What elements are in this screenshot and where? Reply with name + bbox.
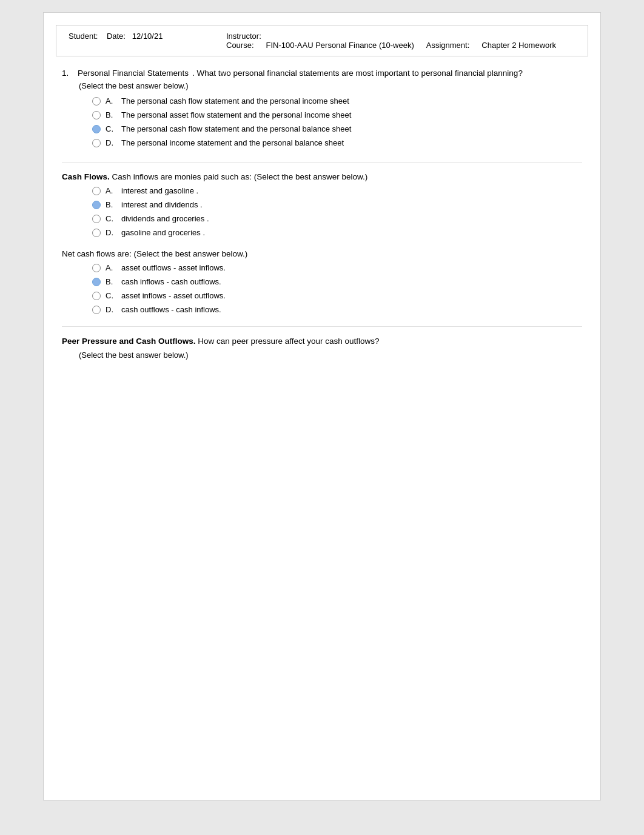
cf-option-d[interactable]: D. gasoline and groceries . [92, 228, 582, 237]
question-1-number: 1. [62, 69, 74, 78]
cf-text-a: interest and gasoline . [121, 186, 198, 195]
q1-option-b[interactable]: B. The personal asset flow statement and… [92, 110, 582, 119]
peer-pressure-select-note: (Select the best answer below.) [79, 350, 582, 360]
q1-option-c[interactable]: C. The personal cash flow statement and … [92, 124, 582, 133]
cf-letter-b: B. [106, 200, 116, 209]
cf-option-c[interactable]: C. dividends and groceries . [92, 214, 582, 223]
instructor-label: Instructor: [226, 32, 261, 41]
cf-radio-d[interactable] [92, 229, 101, 237]
q1-option-a[interactable]: A. The personal cash flow statement and … [92, 96, 582, 106]
cf-radio-c[interactable] [92, 215, 101, 223]
divider-2 [62, 326, 582, 327]
q1-text-d: The personal income statement and the pe… [121, 138, 344, 147]
net-cash-prefix: Net cash flows are: [62, 249, 132, 258]
q1-text-b: The personal asset flow statement and th… [121, 110, 351, 119]
divider-1 [62, 162, 582, 163]
sub-question-cash-flows: Cash Flows. Cash inflows are monies paid… [62, 172, 582, 237]
student-label: Student: [69, 32, 98, 41]
nc-option-c[interactable]: C. asset inflows - asset outflows. [92, 291, 582, 300]
nc-text-b: cash inflows - cash outflows. [121, 277, 221, 286]
nc-text-a: asset outflows - asset inflows. [121, 263, 226, 272]
nc-radio-d[interactable] [92, 306, 101, 314]
net-cash-options: A. asset outflows - asset inflows. B. ca… [92, 263, 582, 314]
cf-option-a[interactable]: A. interest and gasoline . [92, 186, 582, 195]
header-row-1: Instructor: [226, 32, 575, 41]
header-right: Instructor: Course: FIN-100-AAU Personal… [226, 32, 575, 50]
q1-letter-d: D. [106, 138, 116, 147]
date-value: 12/10/21 [132, 32, 163, 41]
assignment-label: Assignment: [426, 41, 470, 50]
cf-radio-a[interactable] [92, 187, 101, 195]
course-value: FIN-100-AAU Personal Finance (10-week) [266, 41, 414, 50]
cf-text-d: gasoline and groceries . [121, 228, 205, 237]
nc-text-c: asset inflows - asset outflows. [121, 291, 226, 300]
net-cash-header: Net cash flows are: (Select the best ans… [62, 249, 582, 258]
nc-radio-b[interactable] [92, 278, 101, 286]
q1-letter-c: C. [106, 124, 116, 133]
question-1-select-note: (Select the best answer below.) [79, 81, 582, 90]
nc-option-a[interactable]: A. asset outflows - asset inflows. [92, 263, 582, 272]
date-label: Date: [107, 32, 126, 41]
q1-radio-a[interactable] [92, 97, 101, 106]
question-1-block: 1. Personal Financial Statements . What … [62, 69, 582, 147]
q1-text-a: The personal cash flow statement and the… [121, 96, 349, 106]
nc-letter-b: B. [106, 277, 116, 286]
q1-option-d[interactable]: D. The personal income statement and the… [92, 138, 582, 147]
cf-letter-c: C. [106, 214, 116, 223]
cash-flows-header: Cash Flows. Cash inflows are monies paid… [62, 172, 582, 181]
nc-radio-c[interactable] [92, 292, 101, 300]
assignment-value: Chapter 2 Homework [481, 41, 556, 50]
q1-text-c: The personal cash flow statement and the… [121, 124, 351, 133]
q1-radio-d[interactable] [92, 139, 101, 147]
content: 1. Personal Financial Statements . What … [44, 56, 600, 384]
nc-radio-a[interactable] [92, 264, 101, 272]
header: Student: Date: 12/10/21 Instructor: Cour… [56, 25, 588, 56]
cash-flows-question: Cash inflows are monies paid such as: (S… [112, 172, 368, 181]
question-1-title: 1. Personal Financial Statements . What … [62, 69, 582, 78]
cf-radio-b[interactable] [92, 201, 101, 209]
nc-option-b[interactable]: B. cash inflows - cash outflows. [92, 277, 582, 286]
nc-letter-d: D. [106, 305, 116, 314]
nc-letter-a: A. [106, 263, 116, 272]
nc-text-d: cash outflows - cash inflows. [121, 305, 221, 314]
q1-radio-c[interactable] [92, 125, 101, 133]
net-cash-text: (Select the best answer below.) [134, 249, 248, 258]
cash-flows-options: A. interest and gasoline . B. interest a… [92, 186, 582, 237]
header-row-2: Course: FIN-100-AAU Personal Finance (10… [226, 41, 575, 50]
peer-pressure-question: How can peer pressure affect your cash o… [198, 337, 379, 346]
nc-letter-c: C. [106, 291, 116, 300]
question-1-options: A. The personal cash flow statement and … [92, 96, 582, 147]
nc-option-d[interactable]: D. cash outflows - cash inflows. [92, 305, 582, 314]
sub-question-peer-pressure: Peer Pressure and Cash Outflows. How can… [62, 337, 582, 360]
q1-letter-b: B. [106, 110, 116, 119]
header-left: Student: Date: 12/10/21 [69, 32, 226, 50]
question-1-section: Personal Financial Statements [78, 69, 189, 78]
question-1-text: . What two personal financial statements… [192, 69, 523, 78]
peer-pressure-label: Peer Pressure and Cash Outflows. [62, 337, 196, 346]
cf-letter-a: A. [106, 186, 116, 195]
cf-letter-d: D. [106, 228, 116, 237]
page: Student: Date: 12/10/21 Instructor: Cour… [43, 12, 601, 800]
q1-letter-a: A. [106, 96, 116, 106]
q1-radio-b[interactable] [92, 111, 101, 119]
sub-question-net-cash: Net cash flows are: (Select the best ans… [62, 249, 582, 314]
cf-option-b[interactable]: B. interest and dividends . [92, 200, 582, 209]
cash-flows-label: Cash Flows. [62, 172, 110, 181]
cf-text-c: dividends and groceries . [121, 214, 209, 223]
peer-pressure-header: Peer Pressure and Cash Outflows. How can… [62, 337, 582, 346]
course-label: Course: [226, 41, 254, 50]
cf-text-b: interest and dividends . [121, 200, 203, 209]
